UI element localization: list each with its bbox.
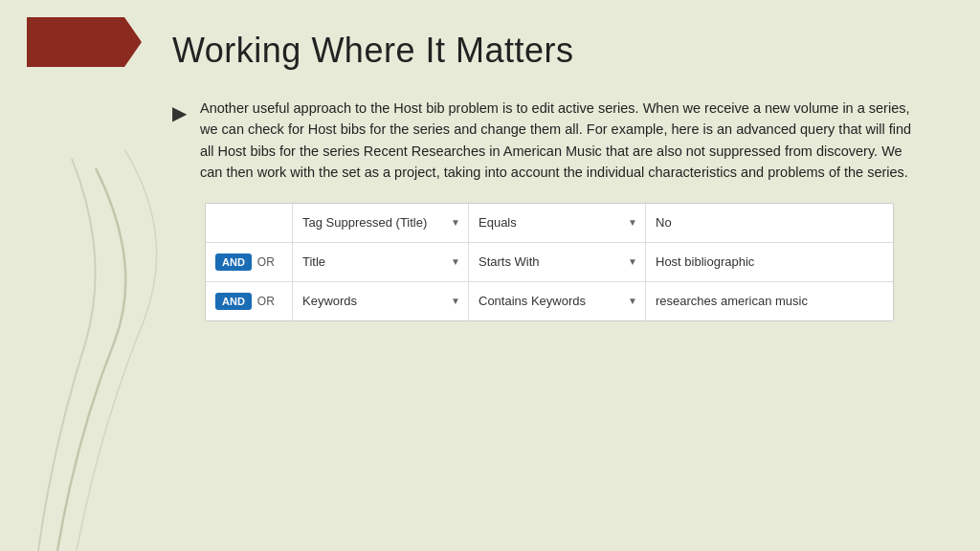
field-cell-3[interactable]: Keywords ▼ (292, 282, 469, 320)
operator-cell-1[interactable]: Equals ▼ (469, 204, 646, 242)
field-cell-2[interactable]: Title ▼ (292, 243, 469, 281)
dropdown-arrow-icon: ▼ (451, 296, 460, 306)
bullet-text: Another useful approach to the Host bib … (200, 98, 923, 184)
value-cell-3: researches american music (646, 282, 893, 320)
dropdown-arrow-icon: ▼ (451, 256, 460, 267)
query-row: Tag Suppressed (Title) ▼ Equals ▼ No (206, 204, 893, 243)
field-cell-1[interactable]: Tag Suppressed (Title) ▼ (292, 204, 469, 242)
value-cell-2: Host bibliographic (646, 243, 893, 281)
row-prefix-3: AND OR (206, 293, 292, 310)
and-badge[interactable]: AND (215, 253, 252, 271)
value-cell-1: No (646, 204, 893, 242)
bullet-section: ▶ Another useful approach to the Host bi… (172, 98, 923, 184)
and-badge[interactable]: AND (215, 293, 252, 310)
operator-cell-3[interactable]: Contains Keywords ▼ (469, 282, 646, 320)
bullet-icon: ▶ (172, 101, 187, 124)
slide-content: Working Where It Matters ▶ Another usefu… (0, 0, 980, 551)
query-row: AND OR Keywords ▼ Contains Keywords ▼ re… (206, 282, 893, 320)
slide-title: Working Where It Matters (172, 31, 923, 71)
dropdown-arrow-icon: ▼ (451, 217, 460, 228)
or-label[interactable]: OR (257, 295, 275, 308)
operator-cell-2[interactable]: Starts With ▼ (469, 243, 646, 281)
dropdown-arrow-icon: ▼ (628, 256, 637, 267)
query-row: AND OR Title ▼ Starts With ▼ Host biblio… (206, 243, 893, 282)
row-prefix-2: AND OR (206, 253, 292, 271)
or-label[interactable]: OR (257, 255, 275, 269)
query-table: Tag Suppressed (Title) ▼ Equals ▼ No AND… (205, 203, 894, 321)
dropdown-arrow-icon: ▼ (628, 296, 637, 306)
dropdown-arrow-icon: ▼ (628, 217, 637, 228)
